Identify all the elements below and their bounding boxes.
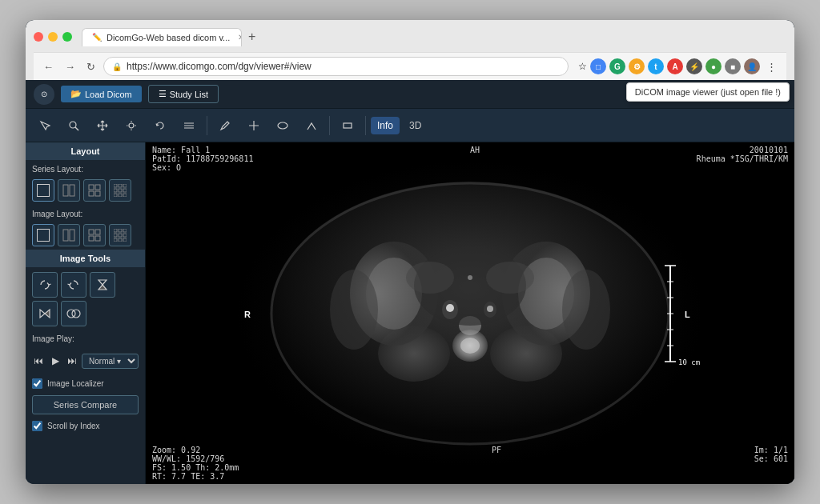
draw-icon: [219, 120, 231, 131]
new-tab-button[interactable]: +: [242, 26, 262, 47]
image-layout-1x1[interactable]: [32, 224, 54, 246]
series-layout-1x1[interactable]: [32, 179, 54, 202]
ext-icon-6[interactable]: ⚡: [686, 58, 702, 74]
lines-icon: [183, 120, 195, 131]
load-dicom-icon: 📂: [70, 89, 82, 99]
maximize-button[interactable]: [62, 32, 72, 42]
load-dicom-label: Load Dicom: [85, 90, 132, 99]
play-start-button[interactable]: ⏮: [32, 350, 46, 372]
oval-icon: [277, 120, 288, 131]
brightness-tool-button[interactable]: [119, 113, 144, 138]
rotate-ccw-icon: [67, 278, 80, 291]
play-end-button[interactable]: ⏭: [65, 350, 78, 372]
ext-icon-1[interactable]: □: [590, 58, 606, 74]
speed-select[interactable]: Normal ▾ Fast Slow: [82, 354, 139, 369]
svg-rect-16: [89, 185, 94, 190]
svg-rect-24: [119, 189, 122, 192]
info-tab-button[interactable]: Info: [371, 117, 400, 134]
image-layout-3x3[interactable]: [109, 224, 131, 246]
image-localizer-checkbox[interactable]: [32, 378, 42, 389]
crosshair-tool-button[interactable]: [241, 113, 267, 138]
series-layout-3x3[interactable]: [109, 179, 131, 202]
tooltip-bubble: DiCOM image viewer (just open file !): [626, 82, 790, 102]
svg-point-49: [72, 310, 80, 318]
ext-icon-8[interactable]: ■: [725, 58, 741, 74]
svg-rect-22: [123, 184, 127, 187]
image-localizer-label: Image Localizer: [47, 379, 104, 388]
svg-rect-41: [114, 238, 117, 242]
svg-line-1: [75, 127, 78, 130]
pan-tool-button[interactable]: [90, 113, 115, 138]
rotate-tool-button[interactable]: [147, 113, 173, 138]
app-header-left: ⊙ 📂 Load Dicom ☰ Study List: [34, 84, 219, 105]
svg-text:L: L: [685, 310, 690, 319]
ext-icon-3[interactable]: ⚙: [629, 58, 645, 74]
rotate-cw-button[interactable]: [32, 272, 58, 298]
series-compare-button[interactable]: Series Compare: [32, 395, 139, 414]
browser-toolbar: ← → ↻ 🔒 https://www.dicomgo.com/dgv/view…: [34, 52, 786, 80]
series-layout-1x2[interactable]: [58, 179, 80, 202]
back-button[interactable]: ←: [40, 59, 57, 74]
image-layout-1x2[interactable]: [58, 224, 80, 246]
load-dicom-button[interactable]: 📂 Load Dicom: [61, 86, 142, 102]
series-layout-2x2[interactable]: [83, 179, 106, 202]
3d-tab-button[interactable]: 3D: [403, 117, 428, 134]
svg-rect-33: [89, 236, 94, 241]
cursor-tool-button[interactable]: [32, 113, 58, 138]
rotate-left-icon: [155, 120, 166, 131]
dicom-image-container[interactable]: 10 cm R L: [146, 142, 794, 484]
forward-button[interactable]: →: [62, 59, 78, 74]
svg-rect-31: [89, 230, 94, 234]
fusion-button[interactable]: [61, 301, 86, 326]
image-layout-2x2[interactable]: [83, 224, 106, 246]
flip-v-icon: [96, 278, 109, 291]
search-tool-button[interactable]: [61, 113, 86, 138]
ext-icon-4[interactable]: t: [648, 58, 664, 74]
browser-extensions: ☆ □ G ⚙ t A ⚡ ● ■ 👤 ⋮: [578, 58, 780, 74]
svg-point-67: [487, 306, 493, 312]
flip-v-button[interactable]: [90, 272, 115, 298]
layout-1x1-icon: [37, 184, 50, 197]
ext-icon-7[interactable]: ●: [705, 58, 722, 74]
traffic-lights: [34, 32, 72, 42]
draw-tool-button[interactable]: [212, 113, 238, 138]
tabs-row: ✏️ DicomGo-Web based dicom v... ✕ +: [82, 26, 786, 47]
address-bar[interactable]: 🔒 https://www.dicomgo.com/dgv/viewer#/vi…: [103, 57, 569, 76]
more-options-button[interactable]: ⋮: [763, 59, 780, 74]
browser-tab-active[interactable]: ✏️ DicomGo-Web based dicom v... ✕: [82, 28, 242, 46]
image-localizer-row: Image Localizer: [26, 375, 145, 392]
lines-tool-button[interactable]: [176, 113, 202, 138]
img-layout-2x2-icon: [88, 229, 101, 242]
rect-tool-button[interactable]: [335, 113, 360, 138]
svg-rect-27: [119, 194, 122, 197]
viewer-toolbar: Info 3D: [26, 109, 794, 142]
viewport-area[interactable]: Name: Fall 1 PatId: 11788759296811 Sex: …: [146, 142, 794, 484]
close-button[interactable]: [34, 32, 43, 42]
user-avatar[interactable]: 👤: [744, 58, 760, 74]
svg-point-70: [562, 270, 610, 350]
flip-h-button[interactable]: [32, 301, 58, 326]
ext-icon-5[interactable]: A: [667, 58, 683, 74]
ext-icon-2[interactable]: G: [609, 58, 625, 74]
sidebar: Layout Series Layout:: [26, 142, 146, 484]
image-play-label: Image Play:: [26, 331, 145, 346]
toolbar-separator-1: [207, 116, 207, 135]
oval-tool-button[interactable]: [270, 113, 295, 138]
rect-icon: [342, 120, 353, 131]
layout-section-title: Layout: [26, 142, 145, 160]
rotate-ccw-button[interactable]: [61, 272, 86, 298]
svg-rect-36: [119, 229, 122, 232]
angle-tool-button[interactable]: [299, 113, 324, 138]
minimize-button[interactable]: [48, 32, 58, 42]
svg-rect-40: [123, 234, 127, 237]
refresh-button[interactable]: ↻: [83, 59, 98, 74]
svg-rect-23: [114, 189, 117, 192]
play-pause-button[interactable]: ▶: [49, 350, 62, 372]
scroll-by-index-checkbox[interactable]: [32, 421, 42, 431]
layout-3x3-icon: [114, 184, 127, 197]
study-list-button[interactable]: ☰ Study List: [148, 85, 219, 103]
star-icon[interactable]: ☆: [578, 61, 587, 72]
app-logo-button[interactable]: ⊙: [34, 84, 54, 105]
series-layout-label: Series Layout:: [26, 160, 145, 176]
browser-window: ✏️ DicomGo-Web based dicom v... ✕ + ← → …: [26, 20, 794, 484]
